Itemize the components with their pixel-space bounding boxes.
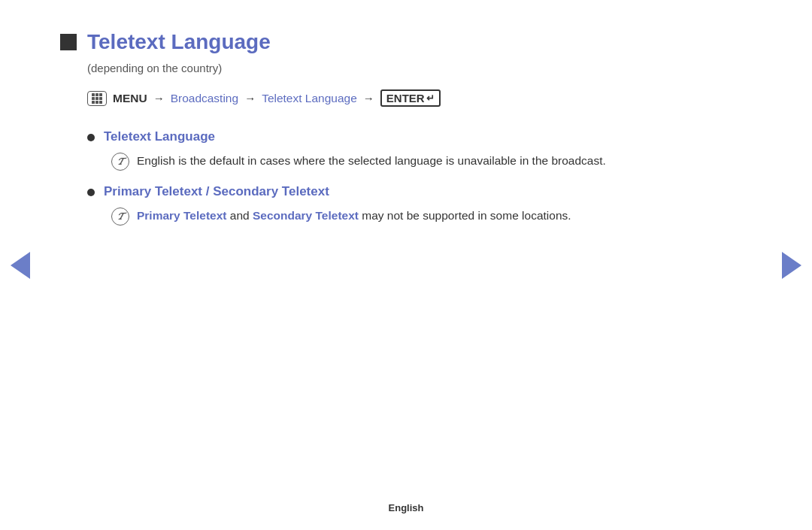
enter-button: ENTER↵ [380, 89, 441, 107]
menu-label: MENU [113, 92, 147, 105]
bullet-item-1: Teletext Language [87, 129, 752, 144]
page-title: Teletext Language [87, 30, 271, 54]
bullet-dot-1 [87, 134, 95, 141]
primary-teletext-text: Primary Teletext [137, 209, 226, 222]
arrow-3: → [363, 92, 374, 104]
bullet-dot-2 [87, 189, 95, 196]
left-arrow-icon [11, 252, 30, 279]
bullet-section-2: Primary Teletext / Secondary Teletext 𝓣 … [60, 184, 752, 226]
enter-label: ENTER [386, 92, 425, 104]
bullet-label-2: Primary Teletext / Secondary Teletext [104, 184, 329, 199]
page-container: Teletext Language (depending on the coun… [0, 0, 812, 530]
arrow-1: → [153, 92, 165, 104]
note-icon-2: 𝓣 [111, 207, 129, 226]
note-text-2: Primary Teletext and Secondary Teletext … [137, 207, 571, 226]
footer-language: English [389, 502, 424, 513]
enter-arrow-icon: ↵ [426, 92, 435, 104]
note-and-text: and [226, 209, 252, 222]
menu-path: MENU → Broadcasting → Teletext Language … [87, 89, 752, 107]
note-icon-1: 𝓣 [111, 153, 129, 171]
note-text-1: English is the default in cases where th… [137, 152, 606, 171]
nav-next-button[interactable] [780, 250, 803, 280]
bullet-item-2: Primary Teletext / Secondary Teletext [87, 184, 752, 199]
bullet-section-1: Teletext Language 𝓣 English is the defau… [60, 129, 752, 171]
note-item-2: 𝓣 Primary Teletext and Secondary Teletex… [111, 207, 752, 226]
arrow-2: → [244, 92, 256, 104]
teletext-language-link: Teletext Language [262, 92, 357, 105]
footer: English [389, 502, 424, 513]
nav-prev-button[interactable] [9, 250, 32, 280]
menu-grid-icon [92, 93, 102, 104]
right-arrow-icon [782, 252, 801, 279]
title-row: Teletext Language [60, 30, 752, 54]
secondary-teletext-text: Secondary Teletext [253, 209, 359, 222]
broadcasting-link: Broadcasting [171, 92, 238, 105]
menu-icon [87, 91, 107, 106]
title-square-icon [60, 34, 77, 50]
note-item-1: 𝓣 English is the default in cases where … [111, 152, 752, 171]
page-subtitle: (depending on the country) [87, 62, 752, 74]
bullet-label-1: Teletext Language [104, 129, 215, 144]
note-suffix-text: may not be supported in some locations. [359, 209, 571, 222]
